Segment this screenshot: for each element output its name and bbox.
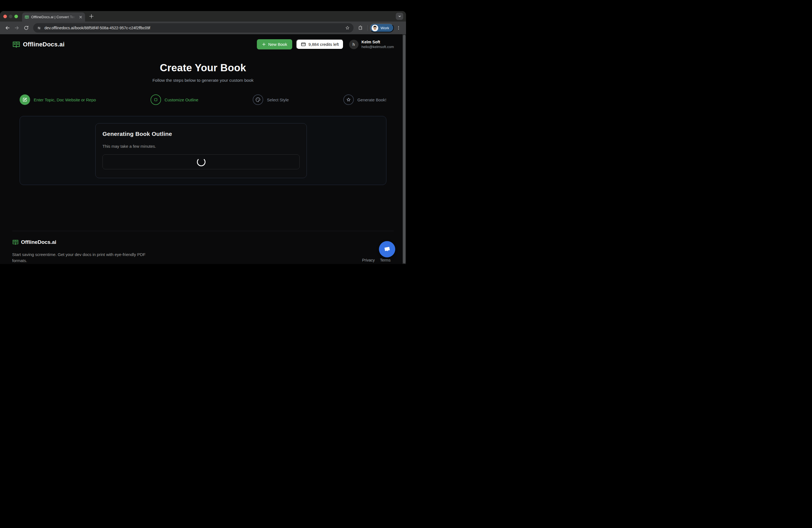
privacy-link[interactable]: Privacy: [362, 258, 375, 262]
legal-links: Privacy Terms: [362, 258, 391, 262]
user-menu[interactable]: h Kelm Soft hello@kelmsoft.com: [349, 40, 394, 49]
outline-square-icon: [153, 97, 159, 102]
step-1-circle: [19, 94, 30, 105]
tab-strip: OfflineDocs.ai | Convert Tech: [0, 11, 406, 21]
chevron-down-icon: [397, 14, 402, 18]
generating-outline-card: Generating Book Outline This may take a …: [95, 123, 307, 178]
step-3-label: Select Style: [267, 98, 289, 102]
generating-note: This may take a few minutes.: [102, 144, 300, 149]
screen: OfflineDocs.ai | Convert Tech: [0, 0, 406, 264]
footer-brand-name: OfflineDocs.ai: [21, 239, 56, 245]
tab-title: OfflineDocs.ai | Convert Tech: [31, 15, 76, 19]
open-book-icon: [12, 239, 19, 246]
plus-icon: [262, 42, 266, 46]
chat-bubble-icon: [383, 246, 391, 253]
scrollbar-thumb[interactable]: [403, 35, 405, 263]
palette-icon: [255, 97, 261, 102]
terms-link[interactable]: Terms: [380, 258, 391, 262]
new-book-label: New Book: [268, 42, 287, 47]
back-button[interactable]: [3, 23, 12, 33]
step-4-label: Generate Book!: [358, 98, 387, 102]
new-book-button[interactable]: New Book: [257, 39, 292, 49]
generating-heading: Generating Book Outline: [102, 131, 300, 137]
credits-badge[interactable]: 9,884 credits left: [296, 39, 344, 49]
step-3-circle: [253, 94, 263, 105]
brand-name: OfflineDocs.ai: [23, 41, 64, 48]
page-title: Create Your Book: [0, 62, 406, 74]
browser-tab[interactable]: OfflineDocs.ai | Convert Tech: [22, 12, 85, 21]
step-select-style[interactable]: Select Style: [253, 94, 289, 105]
zoom-window-button[interactable]: [14, 15, 18, 18]
loading-spinner-icon: [197, 158, 205, 166]
forward-button[interactable]: [12, 23, 21, 33]
window-controls: [3, 15, 18, 18]
book-builder-panel: Generating Book Outline This may take a …: [19, 116, 387, 185]
close-tab-icon[interactable]: [79, 15, 83, 19]
url-text: dev.offlinedocs.ai/book/88f58f4f-508a-45…: [44, 26, 150, 30]
minimize-window-button[interactable]: [9, 15, 12, 18]
step-1-label: Enter Topic, Doc Website or Repo: [34, 98, 96, 102]
step-enter-topic[interactable]: Enter Topic, Doc Website or Repo: [19, 94, 96, 105]
tab-search-button[interactable]: [396, 13, 403, 20]
browser-profile-button[interactable]: Work: [370, 24, 394, 32]
reload-button[interactable]: [21, 23, 31, 33]
page-footer: OfflineDocs.ai Start saving screentime. …: [12, 231, 394, 264]
page-viewport: OfflineDocs.ai New Book 9,884 credits le…: [0, 34, 406, 264]
open-book-icon: [12, 40, 20, 48]
edit-icon: [22, 97, 28, 102]
credits-label: 9,884 credits left: [308, 42, 339, 47]
page-scrollbar[interactable]: [402, 34, 406, 264]
extensions-icon[interactable]: [356, 23, 365, 33]
step-2-label: Customize Outline: [164, 98, 199, 102]
browser-toolbar: dev.offlinedocs.ai/book/88f58f4f-508a-45…: [0, 21, 406, 34]
step-customize-outline[interactable]: Customize Outline: [150, 94, 199, 105]
site-settings-icon[interactable]: [37, 25, 42, 31]
profile-label: Work: [381, 26, 389, 30]
footer-brand: OfflineDocs.ai: [12, 239, 394, 246]
chat-widget-button[interactable]: [379, 241, 395, 258]
bookmark-star-icon[interactable]: [345, 25, 350, 31]
browser-window: OfflineDocs.ai | Convert Tech: [0, 11, 406, 264]
app-header: OfflineDocs.ai New Book 9,884 credits le…: [0, 34, 406, 49]
user-name: Kelm Soft: [362, 40, 394, 44]
credit-card-icon: [301, 42, 306, 47]
step-4-circle: [343, 94, 354, 105]
brand-logo[interactable]: OfflineDocs.ai: [12, 40, 64, 48]
url-bar[interactable]: dev.offlinedocs.ai/book/88f58f4f-508a-45…: [33, 23, 353, 33]
page-subtitle: Follow the steps below to generate your …: [0, 78, 406, 83]
browser-menu-kebab-icon[interactable]: [394, 23, 403, 33]
user-email: hello@kelmsoft.com: [362, 45, 394, 49]
profile-avatar: [372, 25, 378, 31]
star-icon: [346, 97, 351, 102]
progress-box: [102, 155, 300, 169]
wizard-steps: Enter Topic, Doc Website or Repo Customi…: [19, 94, 387, 105]
user-avatar: h: [349, 40, 359, 49]
open-book-favicon: [25, 15, 29, 19]
footer-tagline: Start saving screentime. Get your dev do…: [12, 252, 148, 264]
new-tab-button[interactable]: [88, 13, 95, 19]
step-2-circle: [150, 94, 161, 105]
hero: Create Your Book Follow the steps below …: [0, 62, 406, 83]
close-window-button[interactable]: [3, 15, 7, 18]
step-generate-book[interactable]: Generate Book!: [343, 94, 387, 105]
